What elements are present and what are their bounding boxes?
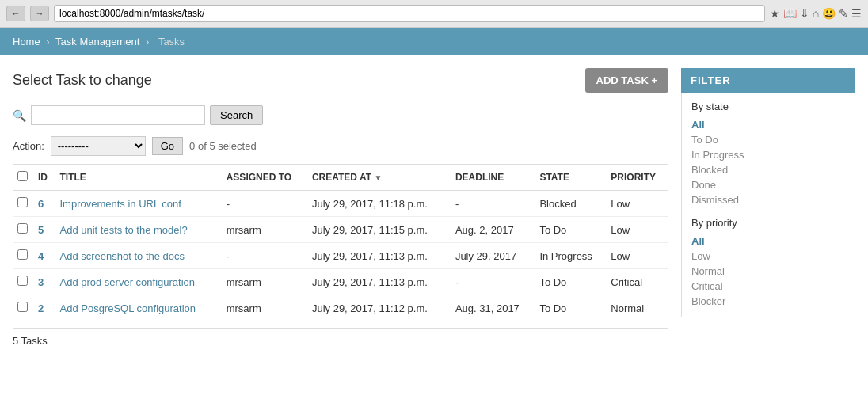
row-state: To Do <box>535 217 606 243</box>
selected-count: 0 of 5 selected <box>189 140 257 152</box>
state-filter-link[interactable]: In Progress <box>691 147 845 162</box>
content-area: Select Task to change ADD TASK + 🔍 Searc… <box>13 68 668 347</box>
priority-filter-link[interactable]: Normal <box>691 264 845 279</box>
sort-icon: ▼ <box>374 173 382 182</box>
state-filter-link[interactable]: Done <box>691 177 845 192</box>
row-id: 5 <box>33 217 55 243</box>
state-filter-link[interactable]: To Do <box>691 132 845 147</box>
page-title-row: Select Task to change ADD TASK + <box>13 68 668 93</box>
task-id-link[interactable]: 6 <box>38 198 44 210</box>
browser-icons: ★ 📖 ⇓ ⌂ 😃 ✎ ☰ <box>770 7 862 20</box>
header-deadline: DEADLINE <box>451 165 535 191</box>
row-created-at: July 29, 2017, 11:13 p.m. <box>307 269 451 295</box>
row-assigned-to: mrsarm <box>222 217 307 243</box>
search-icon: 🔍 <box>13 109 26 122</box>
row-priority: Low <box>606 243 668 269</box>
state-filter-link[interactable]: Blocked <box>691 162 845 177</box>
row-deadline: July 29, 2017 <box>451 243 535 269</box>
table-row: 6 Improvements in URL conf - July 29, 20… <box>13 191 668 217</box>
priority-filter-link[interactable]: Low <box>691 249 845 264</box>
priority-filter-link[interactable]: All <box>691 234 845 249</box>
table-header-row: ID TITLE ASSIGNED TO CREATED AT ▼ DEADLI… <box>13 165 668 191</box>
table-row: 2 Add PosgreSQL configuration mrsarm Jul… <box>13 295 668 321</box>
state-filter-list: AllTo DoIn ProgressBlockedDoneDismissed <box>691 117 845 207</box>
header-priority: PRIORITY <box>606 165 668 191</box>
admin-header: Home › Task Management › Tasks <box>0 28 868 55</box>
row-id: 3 <box>33 269 55 295</box>
add-task-button[interactable]: ADD TASK + <box>585 68 668 93</box>
header-id: ID <box>33 165 55 191</box>
task-title-link[interactable]: Add PosgreSQL configuration <box>59 302 196 314</box>
address-bar[interactable] <box>54 5 765 22</box>
search-button[interactable]: Search <box>210 105 263 125</box>
priority-filter-link[interactable]: Critical <box>691 279 845 294</box>
task-title-link[interactable]: Improvements in URL conf <box>59 198 181 210</box>
state-filter-link[interactable]: All <box>691 117 845 132</box>
row-priority: Critical <box>606 269 668 295</box>
row-priority: Normal <box>606 295 668 321</box>
row-assigned-to: mrsarm <box>222 295 307 321</box>
filter-header: FILTER <box>681 68 855 93</box>
action-row: Action: --------- Go 0 of 5 selected <box>13 136 668 156</box>
row-checkbox-cell <box>13 269 33 295</box>
row-title: Add prod server configuration <box>55 269 221 295</box>
row-assigned-to: - <box>222 191 307 217</box>
row-checkbox[interactable] <box>17 249 28 260</box>
task-title-link[interactable]: Add screenshot to the docs <box>59 250 185 262</box>
row-checkbox-cell <box>13 243 33 269</box>
task-title-link[interactable]: Add unit tests to the model? <box>59 224 187 236</box>
row-checkbox[interactable] <box>17 223 28 234</box>
filter-divider <box>691 207 845 217</box>
search-input[interactable] <box>31 105 205 125</box>
header-created-at[interactable]: CREATED AT ▼ <box>307 165 451 191</box>
row-checkbox-cell <box>13 217 33 243</box>
row-checkbox[interactable] <box>17 276 28 286</box>
row-id: 6 <box>33 191 55 217</box>
select-all-checkbox[interactable] <box>17 171 28 181</box>
row-deadline: - <box>451 191 535 217</box>
page-title: Select Task to change <box>13 72 152 89</box>
breadcrumb-tasks: Tasks <box>158 36 185 48</box>
action-label: Action: <box>13 140 44 152</box>
row-assigned-to: - <box>222 243 307 269</box>
task-title-link[interactable]: Add prod server configuration <box>59 276 195 288</box>
row-checkbox[interactable] <box>17 197 28 207</box>
priority-filter-link[interactable]: Blocker <box>691 294 845 309</box>
row-checkbox[interactable] <box>17 302 28 312</box>
priority-filter-list: AllLowNormalCriticalBlocker <box>691 234 845 309</box>
task-id-link[interactable]: 5 <box>38 224 44 236</box>
row-state: To Do <box>535 295 606 321</box>
back-button[interactable]: ← <box>6 6 25 21</box>
search-row: 🔍 Search <box>13 105 668 125</box>
row-state: To Do <box>535 269 606 295</box>
go-button[interactable]: Go <box>152 137 183 155</box>
row-created-at: July 29, 2017, 11:15 p.m. <box>307 217 451 243</box>
row-created-at: July 29, 2017, 11:13 p.m. <box>307 243 451 269</box>
row-assigned-to: mrsarm <box>222 269 307 295</box>
action-select[interactable]: --------- <box>51 136 146 156</box>
row-checkbox-cell <box>13 191 33 217</box>
header-assigned-to: ASSIGNED TO <box>222 165 307 191</box>
browser-chrome: ← → ★ 📖 ⇓ ⌂ 😃 ✎ ☰ <box>0 0 868 28</box>
task-id-link[interactable]: 2 <box>38 302 44 314</box>
task-table: ID TITLE ASSIGNED TO CREATED AT ▼ DEADLI… <box>13 164 668 321</box>
breadcrumb: Home › Task Management › Tasks <box>13 36 188 48</box>
filter-by-priority-title: By priority <box>691 217 845 229</box>
row-title: Add PosgreSQL configuration <box>55 295 221 321</box>
row-id: 4 <box>33 243 55 269</box>
breadcrumb-home[interactable]: Home <box>13 36 40 48</box>
forward-button[interactable]: → <box>30 6 49 21</box>
state-filter-link[interactable]: Dismissed <box>691 192 845 207</box>
task-id-link[interactable]: 3 <box>38 276 44 288</box>
breadcrumb-task-management[interactable]: Task Management <box>55 36 139 48</box>
row-priority: Low <box>606 217 668 243</box>
header-title: TITLE <box>55 165 221 191</box>
row-checkbox-cell <box>13 295 33 321</box>
filter-by-state-title: By state <box>691 101 845 112</box>
row-priority: Low <box>606 191 668 217</box>
row-created-at: July 29, 2017, 11:18 p.m. <box>307 191 451 217</box>
row-state: In Progress <box>535 243 606 269</box>
row-deadline: Aug. 2, 2017 <box>451 217 535 243</box>
tasks-count: 5 Tasks <box>13 328 668 347</box>
task-id-link[interactable]: 4 <box>38 250 44 262</box>
